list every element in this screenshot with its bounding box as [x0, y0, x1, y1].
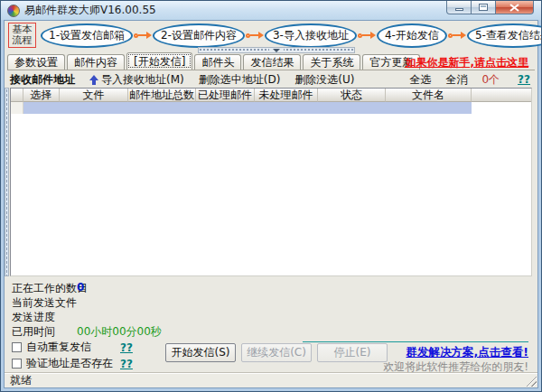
send-progress-label: 发送进度 — [12, 310, 55, 325]
continue-sending-button[interactable]: 继续发信(C) — [241, 343, 312, 362]
flow-step-5: 5-查看发信结果 — [467, 23, 542, 48]
main-content: 基本 流程 1-设置发信邮箱 2-设置邮件内容 3-导入接收地址 4-开始发信 … — [4, 20, 538, 388]
elapsed-time-value: 00小时00分00秒 — [77, 324, 162, 340]
flow-step-4: 4-开始发信 — [377, 23, 447, 48]
import-icon — [89, 75, 98, 85]
flow-step-2: 2-设置邮件内容 — [153, 23, 245, 48]
verify-address-label[interactable]: 验证地址是否存在 — [26, 356, 120, 371]
app-icon — [7, 5, 20, 17]
delete-selected-button[interactable]: 删除选中地址(D) — [199, 72, 281, 88]
current-file-label: 当前发送文件 — [12, 295, 77, 311]
flow-step-1: 1-设置发信邮箱 — [41, 23, 133, 48]
flow-step-3: 3-导入接收地址 — [265, 23, 357, 48]
vertical-splitter[interactable] — [5, 88, 9, 276]
row-header-cell — [11, 102, 23, 114]
col-total-addresses[interactable]: 邮件地址总数 — [128, 89, 196, 102]
action-buttons: 开始发信(S) 继续发信(C) 停止(E) — [165, 343, 388, 362]
status-bar-text: 就绪 — [10, 373, 32, 388]
minimize-icon — [455, 8, 463, 11]
working-count-value: 0 — [77, 281, 84, 294]
col-status[interactable]: 状态 — [318, 89, 386, 102]
toolbar-help-link[interactable]: ?? — [518, 73, 530, 86]
auto-repeat-checkbox[interactable] — [12, 342, 22, 352]
status-bar: 就绪 — [5, 372, 537, 387]
minimize-button[interactable] — [446, 1, 472, 14]
horizontal-splitter[interactable] — [198, 47, 355, 53]
window-title: 易邮件群发大师V16.00.55 — [24, 3, 156, 18]
address-count: 0个 — [481, 72, 500, 88]
maximize-icon — [479, 4, 488, 11]
arrow-right-icon — [358, 32, 376, 39]
selected-empty-row — [23, 102, 472, 114]
start-sending-button[interactable]: 开始发信(S) — [165, 343, 236, 362]
col-file[interactable]: 文件 — [60, 89, 128, 102]
select-all-button[interactable]: 全选 — [409, 72, 431, 88]
resize-grip[interactable] — [525, 375, 537, 387]
col-filler — [472, 89, 531, 102]
app-window: 易邮件群发大师V16.00.55 基本 流程 1-设置发信邮箱 2-设置邮件内容… — [0, 0, 542, 392]
auto-repeat-row: 自动重复发信 ?? — [12, 340, 133, 355]
address-table: 选择 文件 邮件地址总数 已处理邮件 未处理邮件 状态 文件名 — [10, 88, 532, 276]
tab-send-results[interactable]: 发信结果 — [243, 54, 301, 70]
verify-address-row: 验证地址是否存在 ?? — [12, 356, 133, 371]
maximize-button[interactable] — [472, 1, 496, 14]
tab-mail-content[interactable]: 邮件内容 — [67, 54, 125, 70]
workflow-diagram: 基本 流程 1-设置发信邮箱 2-设置邮件内容 3-导入接收地址 4-开始发信 … — [8, 23, 536, 47]
tab-about-system[interactable]: 关于系统 — [303, 54, 360, 70]
arrow-right-icon — [448, 32, 466, 39]
stop-button[interactable]: 停止(E) — [317, 343, 388, 362]
address-toolbar: 接收邮件地址 导入接收地址(M) 删除选中地址(D) 删除没选(U) 全选 全消… — [10, 72, 530, 87]
tab-parameter-settings[interactable]: 参数设置 — [7, 54, 65, 70]
close-button[interactable] — [496, 1, 534, 14]
row-selector-header — [11, 89, 23, 102]
table-row[interactable] — [11, 102, 531, 114]
newbie-help-link[interactable]: 如果你是新手,请点击这里 — [405, 55, 528, 70]
basic-flow-label: 基本 流程 — [8, 23, 36, 48]
col-processed[interactable]: 已处理邮件 — [196, 89, 255, 102]
close-icon — [509, 4, 519, 12]
arrow-right-icon — [134, 32, 152, 39]
promo-divider — [303, 341, 528, 342]
solution-link[interactable]: 群发解决方案,点击查看! — [406, 345, 528, 360]
tab-mail-header[interactable]: 邮件头 — [194, 54, 241, 70]
verify-address-checkbox[interactable] — [12, 359, 22, 369]
verify-address-help-link[interactable]: ?? — [120, 358, 133, 370]
delete-unselected-button[interactable]: 删除没选(U) — [294, 72, 354, 88]
col-unprocessed[interactable]: 未处理邮件 — [255, 89, 318, 102]
col-select[interactable]: 选择 — [23, 89, 60, 102]
table-header-row: 选择 文件 邮件地址总数 已处理邮件 未处理邮件 状态 文件名 — [11, 89, 531, 102]
chevron-down-icon — [273, 49, 280, 52]
import-addresses-button[interactable]: 导入接收地址(M) — [101, 72, 184, 88]
tab-start-sending[interactable]: [开始发信] — [126, 52, 192, 70]
arrow-right-icon — [246, 32, 264, 39]
window-controls — [446, 1, 534, 14]
auto-repeat-label[interactable]: 自动重复发信 — [26, 340, 120, 355]
auto-repeat-help-link[interactable]: ?? — [120, 341, 133, 354]
deselect-all-button[interactable]: 全消 — [445, 72, 467, 88]
elapsed-time-label: 已用时间 — [12, 324, 55, 340]
receive-address-title: 接收邮件地址 — [10, 72, 75, 88]
col-filename[interactable]: 文件名 — [386, 89, 472, 102]
